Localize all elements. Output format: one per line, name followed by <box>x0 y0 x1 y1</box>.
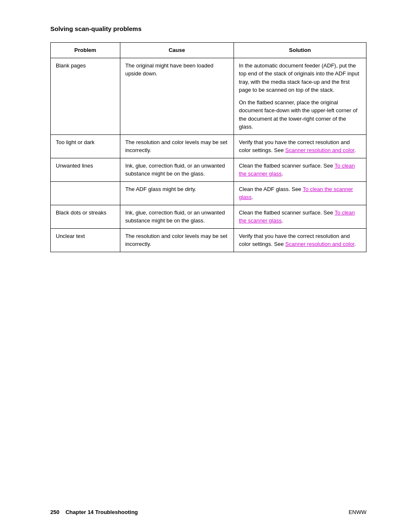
header-problem: Problem <box>51 43 120 58</box>
table-row: Black dots or streaks Ink, glue, correct… <box>51 205 366 228</box>
table-row: Unclear text The resolution and color le… <box>51 228 366 252</box>
problem-cell: Black dots or streaks <box>51 205 120 228</box>
solution-cell: Clean the flatbed scanner surface. See T… <box>234 205 366 228</box>
scanner-resolution-link-2[interactable]: Scanner resolution and color <box>285 241 354 247</box>
solution-cell: Verify that you have the correct resolut… <box>234 228 366 252</box>
page-title: Solving scan-quality problems <box>50 25 366 32</box>
scan-quality-table: Problem Cause Solution Blank pages The o… <box>50 42 366 252</box>
problem-cell <box>51 181 120 205</box>
cause-cell: The original might have been loaded upsi… <box>120 58 234 134</box>
header-cause: Cause <box>120 43 234 58</box>
cause-cell: Ink, glue, correction fluid, or an unwan… <box>120 205 234 228</box>
table-row: Unwanted lines Ink, glue, correction flu… <box>51 158 366 181</box>
problem-cell: Blank pages <box>51 58 120 134</box>
footer: 250 Chapter 14 Troubleshooting ENWW <box>0 509 400 515</box>
table-row: Too light or dark The resolution and col… <box>51 134 366 158</box>
footer-page-number: 250 <box>50 509 60 515</box>
table-header-row: Problem Cause Solution <box>51 43 366 58</box>
solution-cell: Clean the ADF glass. See To clean the sc… <box>234 181 366 205</box>
cause-cell: The resolution and color levels may be s… <box>120 228 234 252</box>
cause-cell: Ink, glue, correction fluid, or an unwan… <box>120 158 234 181</box>
problem-cell: Unwanted lines <box>51 158 120 181</box>
cause-cell: The ADF glass might be dirty. <box>120 181 234 205</box>
clean-scanner-glass-link-1[interactable]: To clean the scanner glass <box>239 163 355 177</box>
solution-cell: Clean the flatbed scanner surface. See T… <box>234 158 366 181</box>
footer-brand: ENWW <box>348 509 366 515</box>
header-solution: Solution <box>234 43 366 58</box>
solution-cell: Verify that you have the correct resolut… <box>234 134 366 158</box>
table-row: Blank pages The original might have been… <box>51 58 366 134</box>
footer-chapter: Chapter 14 Troubleshooting <box>65 509 138 515</box>
clean-scanner-glass-link-2[interactable]: To clean the scanner glass <box>239 186 353 201</box>
footer-page-chapter: 250 Chapter 14 Troubleshooting <box>50 509 138 515</box>
problem-cell: Too light or dark <box>51 134 120 158</box>
scanner-resolution-link[interactable]: Scanner resolution and color <box>285 147 354 153</box>
solution-cell: In the automatic document feeder (ADF), … <box>234 58 366 134</box>
table-row: The ADF glass might be dirty. Clean the … <box>51 181 366 205</box>
clean-scanner-glass-link-3[interactable]: To clean the scanner glass <box>239 209 355 224</box>
page: Solving scan-quality problems Problem Ca… <box>0 0 400 532</box>
cause-cell: The resolution and color levels may be s… <box>120 134 234 158</box>
problem-cell: Unclear text <box>51 228 120 252</box>
